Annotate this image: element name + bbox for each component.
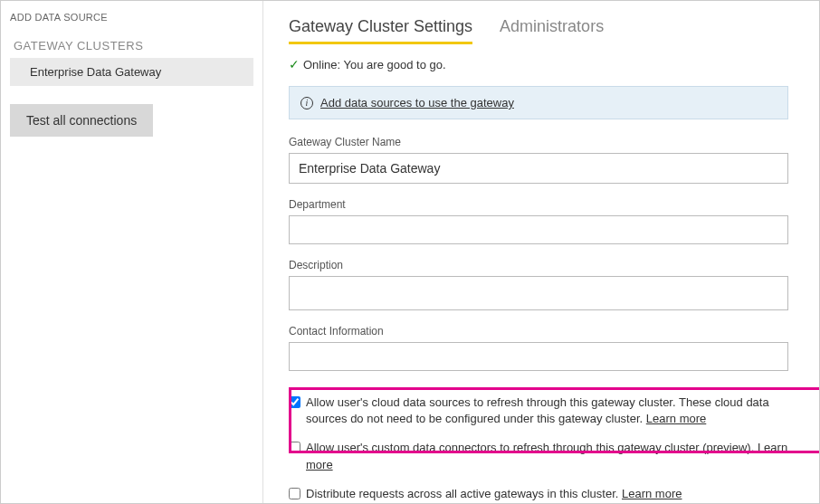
allow-cloud-sources-label: Allow user's cloud data sources to refre… xyxy=(306,395,794,427)
test-all-connections-button[interactable]: Test all connections xyxy=(10,104,153,137)
cluster-name-label: Gateway Cluster Name xyxy=(289,136,794,148)
contact-input[interactable] xyxy=(289,342,788,371)
department-label: Department xyxy=(289,198,794,211)
add-data-sources-link[interactable]: Add data sources to use the gateway xyxy=(320,96,514,109)
learn-more-cloud-link[interactable]: Learn more xyxy=(646,412,706,425)
tab-administrators[interactable]: Administrators xyxy=(500,17,604,44)
learn-more-distribute-link[interactable]: Learn more xyxy=(622,487,682,500)
tab-gateway-cluster-settings[interactable]: Gateway Cluster Settings xyxy=(289,17,472,44)
info-banner: i Add data sources to use the gateway xyxy=(289,86,788,119)
description-input[interactable] xyxy=(289,276,788,310)
info-icon: i xyxy=(300,97,313,109)
allow-cloud-sources-option[interactable]: Allow user's cloud data sources to refre… xyxy=(289,395,794,427)
allow-custom-connectors-label: Allow user's custom data connectors to r… xyxy=(306,440,794,472)
check-icon: ✓ xyxy=(289,57,300,71)
main-panel: Gateway Cluster Settings Administrators … xyxy=(263,1,819,503)
contact-label: Contact Information xyxy=(289,325,794,338)
distribute-requests-option[interactable]: Distribute requests across all active ga… xyxy=(289,486,794,502)
status-row: ✓ Online: You are good to go. xyxy=(289,57,794,71)
allow-cloud-sources-checkbox[interactable] xyxy=(289,396,300,408)
department-input[interactable] xyxy=(289,215,788,244)
sidebar: ADD DATA SOURCE GATEWAY CLUSTERS Enterpr… xyxy=(1,1,263,503)
gateway-cluster-item[interactable]: Enterprise Data Gateway xyxy=(10,58,253,86)
status-text: Online: You are good to go. xyxy=(303,58,446,71)
distribute-requests-label: Distribute requests across all active ga… xyxy=(306,486,682,502)
allow-custom-connectors-checkbox[interactable] xyxy=(289,442,300,453)
add-data-source-link[interactable]: ADD DATA SOURCE xyxy=(10,12,253,23)
cluster-name-input[interactable] xyxy=(289,153,788,184)
tab-bar: Gateway Cluster Settings Administrators xyxy=(289,17,794,44)
allow-custom-connectors-option[interactable]: Allow user's custom data connectors to r… xyxy=(289,440,794,472)
description-label: Description xyxy=(289,259,794,271)
distribute-requests-checkbox[interactable] xyxy=(289,488,300,499)
gateway-clusters-heading: GATEWAY CLUSTERS xyxy=(10,39,253,52)
